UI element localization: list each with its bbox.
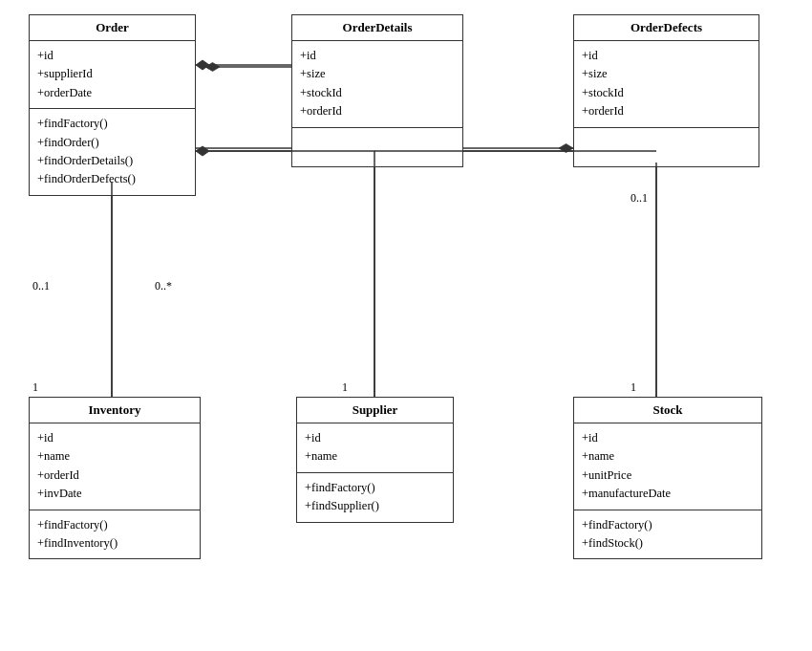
class-Order-attrs: +id+supplierId+orderDate xyxy=(30,41,195,109)
class-OrderDefects: OrderDefects +id+size+stockId+orderId xyxy=(573,14,759,167)
class-Supplier-name: Supplier xyxy=(297,398,453,423)
mult-orderdefects-stock-top: 0..1 xyxy=(630,191,648,206)
mult-supplier-top: 1 xyxy=(342,380,348,395)
mult-stock-bottom: 1 xyxy=(630,380,636,395)
class-Stock-attrs: +id+name+unitPrice+manufactureDate xyxy=(574,423,761,510)
uml-diagram: OrderDetails (left, ~y=70): filled diamo… xyxy=(0,0,812,651)
class-Inventory-methods: +findFactory()+findInventory() xyxy=(30,510,200,559)
class-OrderDetails-attrs: +id+size+stockId+orderId xyxy=(292,41,462,128)
class-Stock: Stock +id+name+unitPrice+manufactureDate… xyxy=(573,397,762,559)
mult-order-inventory-inv-side: 1 xyxy=(32,380,38,395)
class-Order-name: Order xyxy=(30,15,195,41)
class-Supplier: Supplier +id+name +findFactory()+findSup… xyxy=(296,397,454,523)
class-Supplier-methods: +findFactory()+findSupplier() xyxy=(297,473,453,522)
class-OrderDetails: OrderDetails +id+size+stockId+orderId xyxy=(291,14,463,167)
class-Inventory-attrs: +id+name+orderId+invDate xyxy=(30,423,200,510)
class-Order-methods: +findFactory()+findOrder()+findOrderDeta… xyxy=(30,109,195,195)
class-Stock-name: Stock xyxy=(574,398,761,423)
class-OrderDefects-methods xyxy=(574,128,759,166)
svg-marker-10 xyxy=(196,60,209,70)
class-Inventory-name: Inventory xyxy=(30,398,200,423)
class-OrderDetails-name: OrderDetails xyxy=(292,15,462,41)
class-OrderDefects-attrs: +id+size+stockId+orderId xyxy=(574,41,759,128)
class-Supplier-attrs: +id+name xyxy=(297,423,453,473)
class-Stock-methods: +findFactory()+findStock() xyxy=(574,510,761,559)
class-OrderDefects-name: OrderDefects xyxy=(574,15,759,41)
class-Order: Order +id+supplierId+orderDate +findFact… xyxy=(29,14,196,196)
class-OrderDetails-methods xyxy=(292,128,462,166)
mult-order-inventory-order-side: 0..1 xyxy=(32,279,50,293)
svg-marker-11 xyxy=(196,146,209,156)
mult-order-supplier-order-side: 0..* xyxy=(155,279,172,293)
class-Inventory: Inventory +id+name+orderId+invDate +find… xyxy=(29,397,201,559)
